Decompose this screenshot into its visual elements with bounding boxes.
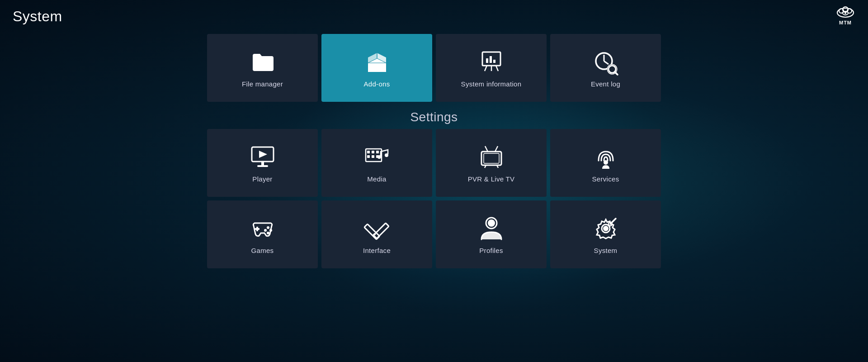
svg-point-37 (385, 153, 388, 157)
svg-rect-34 (372, 155, 374, 158)
main-content: File manager A (0, 34, 868, 362)
settings-row-2: Games Interface (136, 200, 732, 268)
svg-rect-27 (261, 162, 264, 165)
system-settings-label: System (594, 247, 618, 254)
tile-pvr[interactable]: PVR & Live TV (436, 129, 547, 197)
tile-media[interactable]: Media (321, 129, 432, 197)
profiles-icon (478, 215, 505, 242)
svg-point-49 (269, 229, 272, 232)
svg-rect-46 (255, 228, 259, 230)
tile-event-log[interactable]: Event log (550, 34, 661, 102)
media-label: Media (367, 175, 386, 183)
tile-player[interactable]: Player (207, 129, 318, 197)
svg-rect-41 (484, 153, 499, 163)
tile-system-settings[interactable]: System (550, 200, 661, 268)
svg-rect-28 (257, 165, 268, 167)
svg-point-44 (604, 160, 608, 165)
svg-marker-26 (259, 151, 267, 158)
svg-rect-30 (367, 151, 370, 153)
svg-line-39 (485, 146, 488, 152)
interface-icon (363, 215, 391, 242)
svg-rect-12 (490, 56, 492, 63)
add-ons-label: Add-ons (364, 80, 390, 88)
svg-rect-32 (376, 151, 379, 153)
mtm-logo: MTM (835, 5, 855, 25)
svg-point-50 (267, 232, 269, 234)
event-log-label: Event log (591, 80, 620, 88)
player-label: Player (252, 175, 272, 183)
interface-label: Interface (363, 247, 391, 254)
tile-system-information[interactable]: System information (436, 34, 547, 102)
pvr-icon (478, 143, 505, 171)
svg-point-5 (844, 12, 846, 14)
tile-add-ons[interactable]: Add-ons (321, 34, 432, 102)
system-information-label: System information (461, 80, 522, 88)
mtm-label: MTM (839, 20, 852, 25)
system-settings-icon (592, 215, 619, 242)
svg-rect-53 (373, 223, 389, 238)
svg-point-48 (264, 229, 267, 232)
player-icon (249, 143, 276, 171)
svg-line-14 (485, 66, 487, 71)
svg-point-57 (603, 226, 609, 231)
games-label: Games (251, 247, 274, 254)
svg-rect-11 (486, 58, 488, 63)
system-info-icon (478, 48, 505, 76)
services-icon (592, 143, 619, 171)
svg-line-19 (604, 61, 609, 64)
services-label: Services (592, 175, 619, 183)
settings-label: Settings (410, 110, 458, 124)
svg-point-55 (488, 219, 495, 227)
tile-services[interactable]: Services (550, 129, 661, 197)
media-icon (363, 143, 391, 171)
settings-row-1: Player Media (136, 129, 732, 197)
top-tiles-row: File manager A (136, 34, 732, 102)
tile-games[interactable]: Games (207, 200, 318, 268)
svg-point-47 (267, 226, 269, 229)
tile-profiles[interactable]: Profiles (436, 200, 547, 268)
addons-icon (363, 48, 391, 76)
profiles-label: Profiles (479, 247, 503, 254)
folder-icon (249, 48, 276, 76)
svg-point-36 (377, 155, 381, 159)
tile-interface[interactable]: Interface (321, 200, 432, 268)
svg-line-15 (496, 66, 498, 71)
svg-line-58 (610, 219, 616, 224)
event-log-icon (592, 48, 619, 76)
svg-line-40 (495, 146, 498, 152)
file-manager-label: File manager (242, 80, 283, 88)
pvr-label: PVR & Live TV (468, 175, 515, 183)
tile-file-manager[interactable]: File manager (207, 34, 318, 102)
svg-rect-33 (367, 155, 370, 158)
svg-line-24 (615, 72, 617, 74)
page-title: System (13, 8, 62, 25)
svg-rect-13 (493, 60, 495, 63)
svg-rect-31 (372, 151, 374, 153)
games-icon (249, 215, 276, 242)
